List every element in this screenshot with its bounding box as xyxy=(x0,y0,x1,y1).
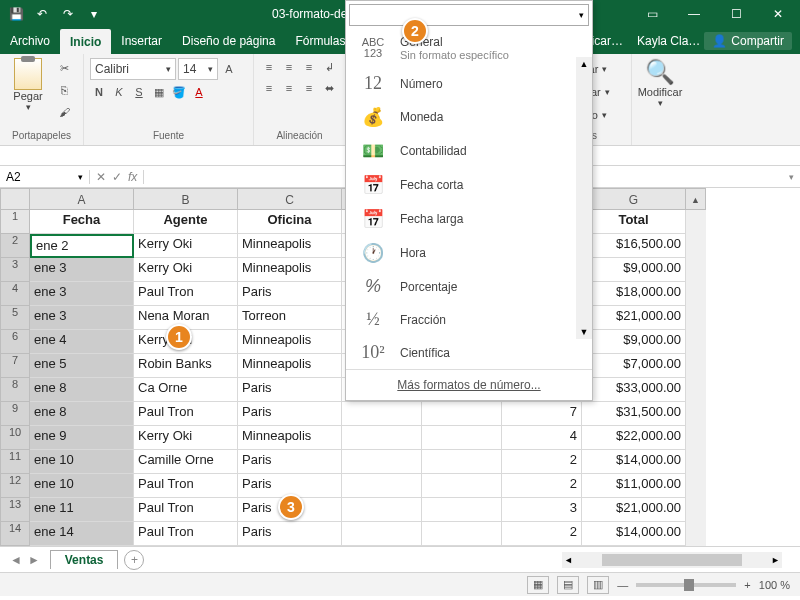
cell[interactable]: 4 xyxy=(502,426,582,450)
cell[interactable]: $11,000.00 xyxy=(582,474,686,498)
fill-color-button[interactable]: 🪣 xyxy=(170,83,188,101)
cell[interactable]: ene 9 xyxy=(30,426,134,450)
maximize-button[interactable]: ☐ xyxy=(716,0,756,28)
tab-diseno[interactable]: Diseño de página xyxy=(172,28,285,54)
cell[interactable]: $14,000.00 xyxy=(582,522,686,546)
page-break-view-icon[interactable]: ▥ xyxy=(587,576,609,594)
cell[interactable]: Agente xyxy=(134,210,238,234)
row-header[interactable]: 7 xyxy=(0,354,30,378)
paste-button[interactable]: Pegar ▾ xyxy=(6,58,50,130)
cell[interactable]: ene 3 xyxy=(30,258,134,282)
copy-icon[interactable]: ⎘ xyxy=(54,80,74,100)
select-all-corner[interactable] xyxy=(0,188,30,210)
format-hora[interactable]: 🕐Hora xyxy=(346,236,592,270)
cell[interactable]: Kerry Oki xyxy=(134,426,238,450)
cell[interactable]: ene 4 xyxy=(30,330,134,354)
cell[interactable]: Kerry Oki xyxy=(134,234,238,258)
zoom-level[interactable]: 100 % xyxy=(759,579,790,591)
col-header-b[interactable]: B xyxy=(134,188,238,210)
cell[interactable]: ene 2 xyxy=(30,234,134,258)
cell[interactable]: Oficina xyxy=(238,210,342,234)
cell[interactable]: ene 10 xyxy=(30,474,134,498)
cell[interactable] xyxy=(422,426,502,450)
cell[interactable]: 2 xyxy=(502,474,582,498)
cell[interactable]: ene 5 xyxy=(30,354,134,378)
row-header[interactable]: 11 xyxy=(0,450,30,474)
row-header[interactable]: 5 xyxy=(0,306,30,330)
cell[interactable]: Paul Tron xyxy=(134,402,238,426)
number-format-combo[interactable]: ▾ xyxy=(349,4,589,26)
sheet-tab-ventas[interactable]: Ventas xyxy=(50,550,119,569)
cell[interactable]: Minneapolis xyxy=(238,354,342,378)
row-header[interactable]: 8 xyxy=(0,378,30,402)
cell[interactable] xyxy=(422,522,502,546)
cell[interactable] xyxy=(342,522,422,546)
vscroll[interactable] xyxy=(686,234,706,258)
font-color-button[interactable]: A xyxy=(190,83,208,101)
cell[interactable] xyxy=(342,474,422,498)
cell[interactable]: $14,000.00 xyxy=(582,450,686,474)
name-box[interactable]: A2▾ xyxy=(0,170,90,184)
cell[interactable]: Minneapolis xyxy=(238,426,342,450)
add-sheet-button[interactable]: + xyxy=(124,550,144,570)
wrap-text-icon[interactable]: ↲ xyxy=(320,58,338,76)
format-painter-icon[interactable]: 🖌 xyxy=(54,102,74,122)
row-header[interactable]: 6 xyxy=(0,330,30,354)
vscroll[interactable] xyxy=(686,282,706,306)
cell[interactable] xyxy=(342,498,422,522)
format-moneda[interactable]: 💰Moneda xyxy=(346,100,592,134)
cell[interactable] xyxy=(342,426,422,450)
italic-button[interactable]: K xyxy=(110,83,128,101)
row-header[interactable]: 3 xyxy=(0,258,30,282)
merge-icon[interactable]: ⬌ xyxy=(320,79,338,97)
vscroll[interactable] xyxy=(686,378,706,402)
cell[interactable]: Torreon xyxy=(238,306,342,330)
vscroll[interactable] xyxy=(686,330,706,354)
normal-view-icon[interactable]: ▦ xyxy=(527,576,549,594)
cell[interactable]: 2 xyxy=(502,450,582,474)
expand-fxbar-icon[interactable]: ▾ xyxy=(783,172,800,182)
col-header-c[interactable]: C xyxy=(238,188,342,210)
cell[interactable]: Paris xyxy=(238,450,342,474)
align-center-icon[interactable]: ≡ xyxy=(280,79,298,97)
cell[interactable]: ene 8 xyxy=(30,378,134,402)
cell[interactable]: $7,000.00 xyxy=(582,354,686,378)
cell[interactable]: Paul Tron xyxy=(134,282,238,306)
vscroll[interactable] xyxy=(686,210,706,234)
zoom-in-button[interactable]: + xyxy=(744,579,750,591)
ribbon-options-icon[interactable]: ▭ xyxy=(632,0,672,28)
format-general[interactable]: ABC123 GeneralSin formato específico xyxy=(346,29,592,67)
format-contabilidad[interactable]: 💵Contabilidad xyxy=(346,134,592,168)
fx-icon[interactable]: fx xyxy=(128,170,137,184)
format-cientifica[interactable]: 10²Científica xyxy=(346,336,592,369)
share-button[interactable]: 👤 Compartir xyxy=(704,32,792,50)
cell[interactable] xyxy=(422,498,502,522)
format-numero[interactable]: 12Número xyxy=(346,67,592,100)
vscroll-top[interactable]: ▲ xyxy=(686,188,706,210)
cell[interactable] xyxy=(342,450,422,474)
cell[interactable]: Camille Orne xyxy=(134,450,238,474)
cell[interactable]: Kerry Oki xyxy=(134,258,238,282)
cell[interactable]: ene 3 xyxy=(30,282,134,306)
cell[interactable]: Paris xyxy=(238,282,342,306)
align-bottom-icon[interactable]: ≡ xyxy=(300,58,318,76)
row-header[interactable]: 14 xyxy=(0,522,30,546)
cut-icon[interactable]: ✂ xyxy=(54,58,74,78)
tab-insertar[interactable]: Insertar xyxy=(111,28,172,54)
minimize-button[interactable]: — xyxy=(674,0,714,28)
vscroll[interactable] xyxy=(686,306,706,330)
cell[interactable]: $31,500.00 xyxy=(582,402,686,426)
cell[interactable] xyxy=(422,450,502,474)
cell[interactable]: Fecha xyxy=(30,210,134,234)
cell[interactable]: ene 10 xyxy=(30,450,134,474)
sheet-nav-prev-icon[interactable]: ◄ xyxy=(10,553,22,567)
format-fraccion[interactable]: ½Fracción xyxy=(346,303,592,336)
vscroll[interactable] xyxy=(686,426,706,450)
cell[interactable]: $18,000.00 xyxy=(582,282,686,306)
cell[interactable]: ene 3 xyxy=(30,306,134,330)
align-right-icon[interactable]: ≡ xyxy=(300,79,318,97)
cell[interactable]: Paul Tron xyxy=(134,474,238,498)
bold-button[interactable]: N xyxy=(90,83,108,101)
cell[interactable]: ene 11 xyxy=(30,498,134,522)
zoom-out-button[interactable]: — xyxy=(617,579,628,591)
